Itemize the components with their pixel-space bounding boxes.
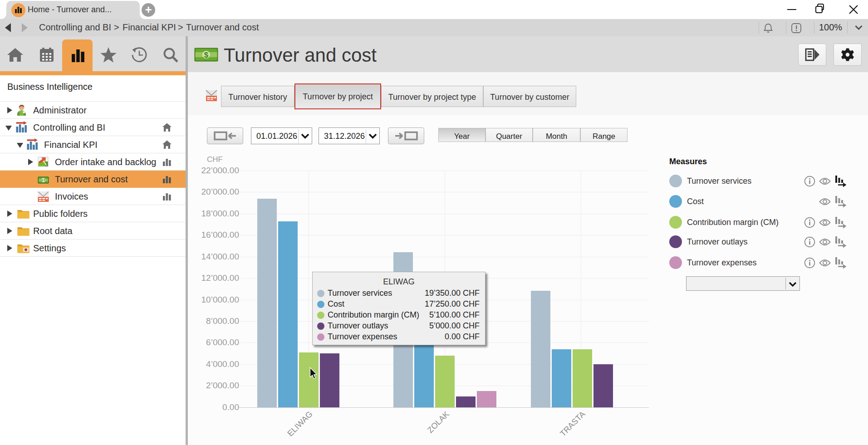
svg-text:10’000.00: 10’000.00 [201,295,239,304]
svg-text:ZOLAK: ZOLAK [426,410,451,435]
svg-text:CHF: CHF [207,155,223,164]
svg-text:8’000.00: 8’000.00 [206,316,239,326]
svg-text:ELIWAG: ELIWAG [286,410,314,438]
svg-text:20’000.00: 20’000.00 [201,187,239,196]
svg-text:2’000.00: 2’000.00 [206,381,239,390]
svg-text:16’000.00: 16’000.00 [201,230,239,240]
svg-text:22’000.00: 22’000.00 [201,166,239,175]
svg-text:0.00: 0.00 [222,402,239,412]
svg-text:18’000.00: 18’000.00 [201,209,239,218]
svg-text:6’000.00: 6’000.00 [206,337,239,347]
svg-text:$: $ [204,51,209,59]
svg-text:14’000.00: 14’000.00 [201,252,239,261]
svg-text:12’000.00: 12’000.00 [201,273,239,283]
svg-text:4’000.00: 4’000.00 [206,359,239,369]
svg-text:$: $ [42,178,45,183]
svg-text:TRASTA: TRASTA [558,410,587,438]
